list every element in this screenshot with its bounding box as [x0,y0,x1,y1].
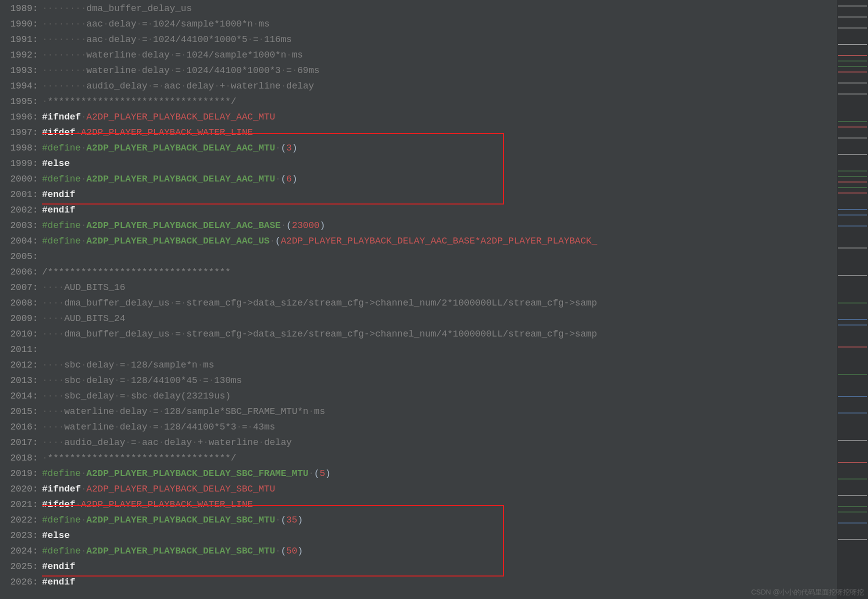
code-line[interactable]: ········waterline·delay·=·1024/44100*100… [42,63,837,78]
token-cm: dma_buffer_delay_us [86,4,192,14]
code-line[interactable]: ····audio_delay·=·aac·delay·+·waterline·… [42,435,837,450]
token-ws: · [248,422,253,432]
token-ws: · [170,50,175,60]
token-mac: A2DP_PLAYER_PLAYBACK_DELAY_AAC_US [86,236,270,246]
code-line[interactable]: ····sbc·delay·=·128/sample*n·ms [42,358,837,373]
token-ws: · [280,66,286,76]
code-line[interactable]: #define·A2DP_PLAYER_PLAYBACK_DELAY_AAC_M… [42,140,837,156]
token-ws: · [225,81,230,92]
code-line[interactable]: #ifndef·A2DP_PLAYER_PLAYBACK_DELAY_AAC_M… [42,110,837,125]
code-line[interactable]: #define·A2DP_PLAYER_PLAYBACK_DELAY_AAC_B… [42,218,837,234]
code-line[interactable]: #endif [42,559,837,574]
code-line[interactable]: ········aac·delay·=·1024/sample*1000*n·m… [42,16,837,32]
token-macr: A2DP_PLAYER_PLAYBACK_DELAY_AAC_BASE [280,236,475,246]
token-cm: aac [86,34,103,45]
token-ws: · [148,391,153,402]
minimap-mark [838,440,867,441]
token-cm: 130ms [214,376,242,386]
code-line[interactable]: #define·A2DP_PLAYER_PLAYBACK_DELAY_AAC_M… [42,172,837,187]
code-line[interactable]: ····waterline·delay·=·128/sample*SBC_FRA… [42,404,837,420]
token-cm: = [131,438,136,448]
token-op: ) [292,174,298,184]
code-line[interactable]: ········waterline·delay·=·1024/sample*10… [42,48,837,63]
token-ws: · [270,236,275,246]
token-ws: · [81,546,86,556]
code-line[interactable]: ········aac·delay·=·1024/44100*1000*5·=·… [42,32,837,48]
code-line[interactable]: ·*********************************/ [42,450,837,466]
code-line[interactable]: ····AUD_BITS_24 [42,311,837,326]
token-ws: · [81,174,86,184]
code-line[interactable]: #ifdef·A2DP_PLAYER_PLAYBACK_WATER_LINE [42,497,837,512]
token-op: ( [280,143,286,154]
token-def: #define [42,236,81,246]
token-ws: · [280,81,286,92]
token-ws: · [170,66,175,76]
code-line[interactable]: #else [42,528,837,544]
token-macr: A2DP_PLAYER_PLAYBACK_WATER_LINE [81,500,253,510]
minimap-mark [838,55,867,56]
token-ws: · [158,438,164,448]
code-line[interactable]: #endif [42,574,837,590]
code-line[interactable]: ····dma_buffer_delay_us·=·stream_cfg->da… [42,296,837,311]
token-kwb: #else [42,530,70,541]
code-line[interactable]: ····dma_buffer_delay_us·=·stream_cfg->da… [42,326,837,342]
code-line[interactable]: ·*********************************/ [42,94,837,110]
code-editor[interactable]: 1989199019911992199319941995199619971998… [0,0,868,599]
token-def: #define [42,220,81,231]
token-op: ( [275,236,280,246]
code-line[interactable]: #define·A2DP_PLAYER_PLAYBACK_DELAY_SBC_M… [42,512,837,528]
token-cm: = [120,376,125,386]
token-cm: 128/44100*45 [131,376,198,386]
minimap-mark [838,121,867,122]
code-line[interactable]: ····AUD_BITS_16 [42,280,837,296]
code-line[interactable]: #endif [42,187,837,202]
token-ws: ···· [42,282,64,293]
token-ws: · [126,438,131,448]
minimap-mark [838,6,867,6]
line-number: 2010 [2,326,38,342]
line-number: 2026 [2,574,38,590]
token-cm: *********************************/ [48,96,236,107]
code-line[interactable]: #define·A2DP_PLAYER_PLAYBACK_DELAY_SBC_M… [42,544,837,559]
token-cm: ms [314,406,325,417]
token-ws: · [126,376,131,386]
token-ws: · [292,66,298,76]
code-line[interactable]: #ifndef·A2DP_PLAYER_PLAYBACK_DELAY_SBC_M… [42,482,837,497]
line-number: 1993 [2,63,38,78]
code-line[interactable]: ····waterline·delay·=·128/44100*5*3·=·43… [42,420,837,435]
token-cm: waterline [231,81,281,92]
token-def: #define [42,546,81,556]
token-cm: = [142,19,148,30]
token-ws: · [286,50,292,60]
token-cm: = [120,391,125,402]
token-ws: · [181,50,186,60]
token-kwb: #else [42,158,70,169]
token-ws: · [103,34,108,45]
code-line[interactable] [42,342,837,358]
code-line[interactable] [42,249,837,264]
token-ws: · [275,515,280,526]
minimap-mark [838,170,867,172]
line-number: 2025 [2,559,38,574]
code-line[interactable]: #define·A2DP_PLAYER_PLAYBACK_DELAY_AAC_U… [42,234,837,249]
token-ws: · [198,376,203,386]
code-line[interactable]: #endif [42,202,837,218]
line-number: 2003 [2,218,38,234]
token-ws: · [181,66,186,76]
code-line[interactable]: ········dma_buffer_delay_us [42,1,837,16]
minimap-mark [838,512,867,512]
code-line[interactable]: #define·A2DP_PLAYER_PLAYBACK_DELAY_SBC_F… [42,466,837,482]
code-line[interactable]: ····sbc_delay·=·sbc·delay(23219us) [42,388,837,404]
token-cm: = [175,329,180,340]
code-line[interactable]: #ifdef·A2DP_PLAYER_PLAYBACK_WATER_LINE [42,125,837,140]
minimap[interactable] [837,0,868,599]
code-line[interactable]: ····sbc·delay·=·128/44100*45·=·130ms [42,373,837,388]
code-line[interactable]: ········audio_delay·=·aac·delay·+·waterl… [42,78,837,94]
code-line[interactable]: /********************************* [42,264,837,280]
code-area[interactable]: ········dma_buffer_delay_us········aac·d… [42,0,837,599]
minimap-mark [838,396,867,397]
token-cm: delay [142,50,170,60]
code-line[interactable]: #else [42,156,837,172]
token-cm: 1024/sample*1000*n [186,50,286,60]
minimap-mark [838,346,867,348]
